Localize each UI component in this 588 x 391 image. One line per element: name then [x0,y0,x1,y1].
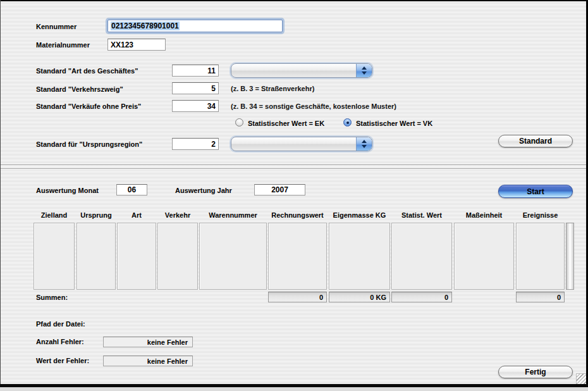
column-header-art: Art [117,211,156,220]
table-column-ereignisse-list [516,223,565,290]
column-header-zielland: Zielland [34,211,75,220]
section-divider [0,164,588,169]
column-header-statist-wert: Statist. Wert [391,211,452,220]
column-header-ereignisse: Ereignisse [516,211,565,220]
table-column-masseinheit-list [454,223,514,290]
anzahl-fehler-field: keine Fehler [103,337,193,347]
radio-vk-label: Statistischer Wert = VK [356,120,432,127]
radio-statistischer-wert-vk[interactable] [343,118,352,127]
column-header-ursprung: Ursprung [77,211,116,220]
column-header-eigenmasse: Eigenmasse KG [329,211,390,220]
auswertung-monat-input[interactable] [116,184,147,196]
summen-statist-wert: 0 [391,292,452,302]
art-des-geschaeftes-input[interactable] [172,65,219,77]
standard-button[interactable]: Standard [498,135,573,147]
radio-statistischer-wert-ek[interactable] [235,118,243,127]
auswertung-jahr-input[interactable] [254,184,305,196]
wert-der-fehler-label: Wert der Fehler: [36,357,89,364]
pfad-der-datei-label: Pfad der Datei: [36,320,85,328]
window-left-edge [0,0,1,387]
verkaeufe-ohne-preis-label: Standard "Verkäufe ohne Preis" [36,102,141,110]
verkehrszweig-label: Standard "Verkehrszweig" [36,85,123,93]
table-column-rechnungswert-list [268,223,327,290]
window-background: Kennummer 0212345678901001 Materialnumme… [0,0,588,387]
resize-grip-icon[interactable] [576,373,587,384]
verkaeufe-ohne-preis-hint: (z. B. 34 = sonstige Geschäfte, kostenlo… [231,102,396,110]
popup-stepper-icon [356,137,372,151]
column-header-masseinheit: Maßeinheit [454,211,514,220]
table-column-eigenmasse-list [329,223,390,290]
art-des-geschaeftes-dropdown[interactable] [231,63,372,78]
auswertung-jahr-label: Auswertung Jahr [175,187,232,194]
art-des-geschaeftes-label: Standard "Art des Geschäftes" [36,67,138,75]
kennummer-selected-text: 0212345678901001 [111,22,180,30]
auswertung-monat-label: Auswertung Monat [36,187,99,194]
summen-label: Summen: [36,294,68,301]
table-column-warennummer-list [199,223,267,290]
summen-eigenmasse-kg: 0 KG [329,292,390,302]
anzahl-fehler-label: Anzahl Fehler: [36,338,84,345]
table-column-zielland-list [34,223,75,290]
start-button[interactable]: Start [498,185,573,198]
materialnummer-label: Materialnummer [36,41,90,49]
column-header-warennummer: Warennummer [199,211,267,220]
verkehrszweig-hint: (z. B. 3 = Straßenverkehr) [231,85,314,92]
column-header-verkehr: Verkehr [157,211,198,220]
wert-fehler-field: keine Fehler [103,356,193,366]
column-header-rechnungswert: Rechnungswert [268,211,327,220]
window-top-edge [0,0,588,1]
verkehrszweig-input[interactable] [172,82,219,94]
kennummer-label: Kennummer [36,23,77,30]
desktop-strip [0,387,588,391]
verkaeufe-ohne-preis-input[interactable] [172,100,219,112]
ursprungsregion-dropdown[interactable] [231,137,372,151]
table-column-ursprung-list [77,223,116,290]
summen-rechnungswert: 0 [268,292,327,302]
summen-ereignisse: 0 [516,292,565,302]
table-vertical-scrollbar[interactable] [566,223,574,290]
fertig-button[interactable]: Fertig [498,366,573,378]
materialnummer-input[interactable] [107,39,166,51]
popup-stepper-icon [356,64,372,77]
ursprungsregion-input[interactable] [172,138,219,150]
ursprungsregion-label: Standard für "Ursprungsregion" [36,140,142,148]
kennummer-input[interactable]: 0212345678901001 [107,20,283,32]
table-column-art-list [117,223,156,290]
table-column-verkehr-list [157,223,198,290]
table-column-statist-wert-list [391,223,452,290]
radio-ek-label: Statistischer Wert = EK [248,120,324,127]
